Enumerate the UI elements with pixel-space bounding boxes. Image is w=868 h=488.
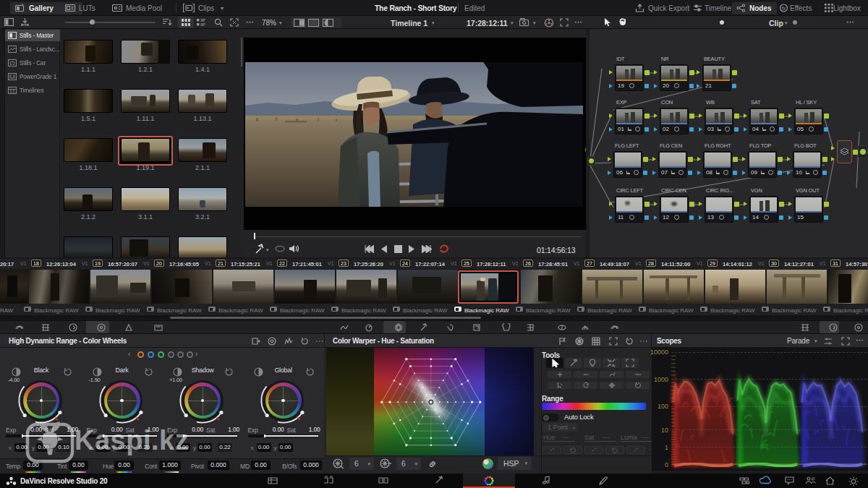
svg-text:fx: fx [782,6,786,11]
